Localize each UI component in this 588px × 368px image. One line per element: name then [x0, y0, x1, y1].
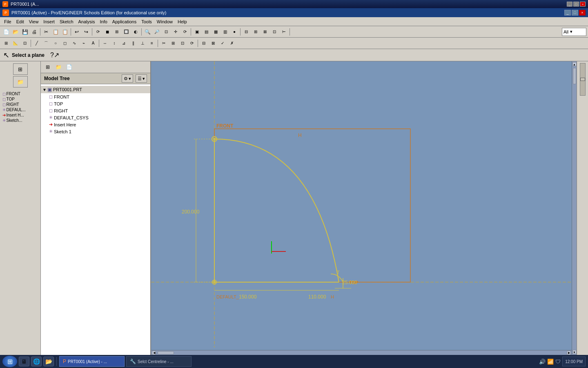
- model-tree-icon-btn-1[interactable]: ⊞: [43, 63, 52, 72]
- viewport[interactable]: FRONT H DEFAULT_ H TOP T 200.000 150.000…: [151, 61, 577, 355]
- tree-item-default-csys[interactable]: ✳ DEFAULT_CSYS: [41, 114, 150, 121]
- display-btn1[interactable]: ▣: [192, 27, 201, 36]
- menu-window[interactable]: Window: [154, 18, 175, 25]
- vscroll-up-btn[interactable]: ▲: [572, 62, 577, 66]
- sketch-tool-6[interactable]: ○: [51, 39, 60, 48]
- tree-item-top[interactable]: ◻ TOP: [41, 100, 150, 107]
- help-icon[interactable]: ?↗: [50, 51, 59, 59]
- sketch-tool-3[interactable]: ⊡: [20, 39, 29, 48]
- view-btn3[interactable]: 🔲: [122, 27, 131, 36]
- sketch-tool-7[interactable]: ◻: [60, 39, 69, 48]
- hscroll-left-btn[interactable]: ◀: [152, 351, 156, 355]
- quicklaunch-btn-3[interactable]: 📂: [43, 357, 54, 366]
- datum-btn4[interactable]: ⊡: [270, 27, 279, 36]
- quicklaunch-btn-2[interactable]: 🌐: [31, 357, 42, 366]
- rotate-btn[interactable]: ⟳: [180, 27, 189, 36]
- sketch-tool-18[interactable]: ⊞: [169, 39, 178, 48]
- hscroll-thumb[interactable]: [158, 351, 174, 355]
- copy-btn[interactable]: 📋: [51, 27, 60, 36]
- sketch-tool-4[interactable]: ╱: [32, 39, 41, 48]
- quicklaunch-btn-1[interactable]: 🖥: [19, 357, 29, 366]
- menu-file[interactable]: File: [2, 18, 14, 25]
- left-tree-top[interactable]: ◻ TOP: [2, 96, 39, 102]
- vscroll-down-btn[interactable]: ▼: [572, 350, 577, 354]
- menu-info[interactable]: Info: [97, 18, 109, 25]
- datum-btn2[interactable]: ⊞: [251, 27, 260, 36]
- sketch-tool-11[interactable]: ↔: [100, 39, 109, 48]
- maximize-btn[interactable]: □: [573, 2, 579, 7]
- zoom-fit-btn[interactable]: ⊡: [162, 27, 171, 36]
- left-tree-insert[interactable]: ➔ Insert H...: [2, 112, 39, 118]
- tray-icon-2[interactable]: 📶: [547, 359, 554, 365]
- model-tree-options-btn[interactable]: ☰ ▾: [136, 74, 147, 83]
- sketch-tool-21[interactable]: ⊟: [199, 39, 208, 48]
- display-btn4[interactable]: ▥: [220, 27, 229, 36]
- sketch-tool-22[interactable]: ⊠: [209, 39, 218, 48]
- sketch-tool-1[interactable]: ⊞: [2, 39, 11, 48]
- zoom-out-btn[interactable]: 🔎: [152, 27, 161, 36]
- tree-item-right[interactable]: ◻ RIGHT: [41, 107, 150, 114]
- sketch-tool-10[interactable]: A: [89, 39, 98, 48]
- sketch-tool-20[interactable]: ⟳: [187, 39, 196, 48]
- hscroll-right-btn[interactable]: ▶: [567, 351, 571, 355]
- tray-icon-3[interactable]: 🛡: [555, 359, 561, 365]
- model-tree-icon-btn-3[interactable]: 📄: [65, 63, 74, 72]
- clock[interactable]: 12:00 PM: [562, 357, 586, 366]
- viewport-vscroll[interactable]: ▲ ▼: [572, 61, 577, 355]
- tree-item-front[interactable]: ◻ FRONT: [41, 93, 150, 100]
- all-dropdown[interactable]: All ▾: [562, 28, 586, 36]
- left-panel-btn-1[interactable]: ⊞: [13, 63, 28, 75]
- inner-minimize-btn[interactable]: _: [564, 10, 571, 16]
- view-btn2[interactable]: ⊞: [112, 27, 121, 36]
- tray-icon-1[interactable]: 🔊: [539, 359, 546, 365]
- minimize-btn[interactable]: _: [567, 2, 572, 7]
- cut-btn[interactable]: ✂: [42, 27, 51, 36]
- datum-btn3[interactable]: ⊠: [261, 27, 270, 36]
- save-btn[interactable]: 💾: [20, 27, 29, 36]
- redo-btn[interactable]: ↪: [82, 27, 91, 36]
- left-tree-right[interactable]: ◻ RIGHT: [2, 102, 39, 107]
- tree-item-sketch1[interactable]: ✳ Sketch 1: [41, 128, 150, 135]
- sketch-tool-13[interactable]: ⊿: [119, 39, 128, 48]
- display-btn2[interactable]: ▤: [202, 27, 211, 36]
- menu-help[interactable]: Help: [175, 18, 189, 25]
- zoom-in-btn[interactable]: 🔍: [143, 27, 152, 36]
- start-button[interactable]: ⊞: [2, 356, 17, 367]
- view-btn4[interactable]: ◐: [131, 27, 140, 36]
- sketch-tool-9[interactable]: ⌁: [79, 39, 88, 48]
- new-btn[interactable]: 📄: [2, 27, 11, 36]
- left-panel-btn-2[interactable]: 📁: [13, 76, 28, 88]
- sketch-tool-5[interactable]: ⌒: [42, 39, 51, 48]
- menu-edit[interactable]: Edit: [14, 18, 27, 25]
- model-tree-icon-btn-2[interactable]: 📁: [54, 63, 63, 72]
- display-btn5[interactable]: ●: [230, 27, 239, 36]
- left-tree-default[interactable]: ✳ DEFAUL...: [2, 107, 39, 112]
- taskbar-window-1[interactable]: P PRT0001 (Active) - ...: [59, 356, 125, 367]
- model-tree-settings-btn[interactable]: ⚙ ▾: [122, 74, 133, 83]
- sketch-tool-2[interactable]: 📐: [11, 39, 20, 48]
- menu-tools[interactable]: Tools: [139, 18, 154, 25]
- pan-btn[interactable]: ✛: [171, 27, 180, 36]
- menu-view[interactable]: View: [27, 18, 41, 25]
- sketch-tool-17[interactable]: ✂: [159, 39, 168, 48]
- menu-applications[interactable]: Applications: [110, 18, 139, 25]
- sketch-tool-16[interactable]: ≡: [147, 39, 156, 48]
- menu-sketch[interactable]: Sketch: [57, 18, 76, 25]
- sketch-tool-19[interactable]: ⊡: [178, 39, 187, 48]
- sketch-tool-23[interactable]: ✓: [218, 39, 227, 48]
- datum-btn5[interactable]: ⊢: [279, 27, 288, 36]
- sketch-tool-24[interactable]: ✗: [227, 39, 236, 48]
- tree-item-insert-here[interactable]: ➔ Insert Here: [41, 121, 150, 128]
- menu-analysis[interactable]: Analysis: [76, 18, 98, 25]
- vscroll-thumb[interactable]: [573, 68, 576, 84]
- display-btn3[interactable]: ▦: [211, 27, 220, 36]
- sketch-tool-15[interactable]: ⊥: [138, 39, 147, 48]
- close-btn[interactable]: ×: [580, 2, 586, 7]
- left-tree-front[interactable]: ◻ FRONT: [2, 91, 39, 96]
- view-btn1[interactable]: ◼: [103, 27, 112, 36]
- taskbar-window-2[interactable]: 🔧 Selct Centreline - ...: [126, 356, 192, 367]
- sketch-tool-12[interactable]: ↕: [110, 39, 119, 48]
- undo-btn[interactable]: ↩: [72, 27, 81, 36]
- sketch-tool-8[interactable]: ∿: [70, 39, 79, 48]
- inner-maximize-btn[interactable]: □: [572, 10, 578, 16]
